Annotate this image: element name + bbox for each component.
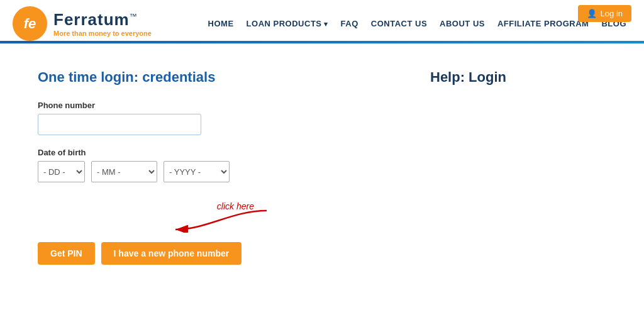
dob-label: Date of birth	[38, 148, 304, 157]
logo-initials: fe	[24, 16, 36, 32]
nav-faq[interactable]: FAQ	[336, 16, 364, 31]
user-icon: 👤	[587, 9, 597, 18]
login-btn-area: 👤 Log in	[578, 5, 631, 22]
help-section: Help: Login	[430, 69, 619, 265]
logo-area: fe Ferratum™ More than money to everyone	[13, 6, 152, 41]
nav-home[interactable]: HOME	[203, 16, 239, 31]
login-label: Log in	[601, 9, 623, 18]
nav-contact-us[interactable]: CONTACT US	[366, 16, 432, 31]
help-title: Help: Login	[430, 69, 619, 86]
arrow-icon	[169, 208, 270, 233]
arrow-hint-area: click here	[38, 201, 304, 236]
nav-bar: HOME LOAN PRODUCTS FAQ CONTACT US ABOUT …	[203, 16, 631, 31]
tagline: More than money to everyone	[53, 30, 152, 37]
logo-text: Ferratum™ More than money to everyone	[53, 10, 152, 37]
button-row: Get PIN I have a new phone number	[38, 242, 304, 265]
nav-loan-products[interactable]: LOAN PRODUCTS	[242, 16, 333, 31]
dob-year-select[interactable]: - YYYY -	[164, 161, 230, 182]
main-content: One time login: credentials Phone number…	[0, 44, 644, 290]
dob-row: - DD - - MM - - YYYY -	[38, 161, 304, 182]
new-phone-button[interactable]: I have a new phone number	[101, 242, 242, 265]
header: 👤 Log in fe Ferratum™ More than money to…	[0, 0, 644, 41]
logo-circle: fe	[13, 6, 47, 41]
dob-day-select[interactable]: - DD -	[38, 161, 85, 182]
phone-label: Phone number	[38, 101, 304, 110]
form-title: One time login: credentials	[38, 69, 304, 86]
brand-name: Ferratum™	[53, 10, 152, 30]
login-button[interactable]: 👤 Log in	[578, 5, 631, 22]
dob-month-select[interactable]: - MM -	[91, 161, 157, 182]
nav-about-us[interactable]: ABOUT US	[435, 16, 490, 31]
get-pin-button[interactable]: Get PIN	[38, 242, 95, 265]
form-section: One time login: credentials Phone number…	[38, 69, 304, 265]
tagline-highlight: to everyone	[113, 30, 152, 37]
phone-input[interactable]	[38, 114, 201, 135]
